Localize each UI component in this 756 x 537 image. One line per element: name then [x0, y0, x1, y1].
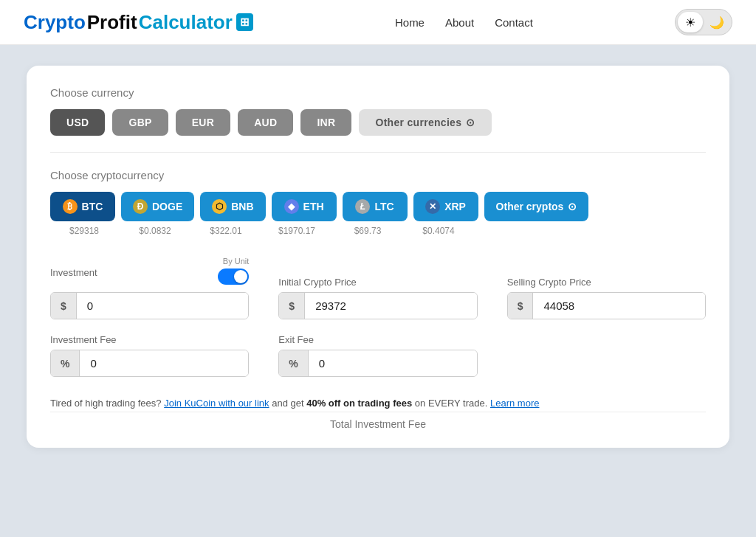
btc-price: $29318	[52, 226, 117, 236]
other-cryptos-label: Other cryptos	[496, 201, 564, 212]
nav-home[interactable]: Home	[395, 16, 425, 29]
initial-price-input[interactable]	[305, 293, 477, 319]
xrp-icon: ✕	[425, 199, 440, 214]
exit-fee-input-group: %	[278, 350, 477, 377]
header: Crypto Profit Calculator ⊞ Home About Co…	[0, 0, 756, 45]
nav-about[interactable]: About	[445, 16, 474, 29]
calculator-card: Choose currency USD GBP EUR AUD INR Othe…	[27, 66, 729, 448]
crypto-btc[interactable]: ₿ BTC	[50, 192, 115, 221]
by-unit-toggle-area: By Unit	[218, 257, 249, 285]
crypto-section-label: Choose cryptocurrency	[50, 169, 706, 181]
crypto-buttons: ₿ BTC Ð DOGE ⬡ BNB ◆ ETH Ł LTC	[50, 192, 706, 221]
promo-text-middle: and get	[272, 398, 303, 409]
promo-text: Tired of high trading fees? Join KuCoin …	[50, 398, 706, 409]
dark-mode-button[interactable]: 🌙	[704, 12, 729, 32]
crypto-ltc[interactable]: Ł LTC	[343, 192, 408, 221]
selling-price-group: Selling Crypto Price $	[507, 277, 706, 319]
currency-inr[interactable]: INR	[300, 109, 351, 136]
exit-fee-input[interactable]	[309, 350, 477, 376]
main-content: Choose currency USD GBP EUR AUD INR Othe…	[0, 45, 756, 537]
selling-price-label: Selling Crypto Price	[507, 277, 706, 288]
logo-icon: ⊞	[236, 13, 253, 31]
investment-fee-label: Investment Fee	[50, 334, 249, 345]
calc-row-2: Investment Fee % Exit Fee %	[50, 334, 706, 377]
currency-section: Choose currency USD GBP EUR AUD INR Othe…	[50, 86, 706, 136]
currency-usd[interactable]: USD	[50, 109, 105, 136]
currency-aud[interactable]: AUD	[238, 109, 293, 136]
investment-fee-group: Investment Fee %	[50, 334, 249, 377]
eth-price: $1970.17	[264, 226, 329, 236]
btc-icon: ₿	[63, 199, 78, 214]
exit-fee-group: Exit Fee %	[278, 334, 477, 377]
learn-more-link[interactable]: Learn more	[490, 398, 539, 409]
crypto-doge[interactable]: Ð DOGE	[121, 192, 194, 221]
eth-label: ETH	[303, 201, 324, 212]
investment-input[interactable]	[77, 293, 249, 319]
initial-price-input-group: $	[278, 292, 477, 319]
bnb-icon: ⬡	[212, 199, 227, 214]
logo-crypto: Crypto	[24, 11, 86, 34]
investment-group: Investment By Unit $	[50, 257, 249, 319]
other-currencies-label: Other currencies	[375, 117, 461, 128]
main-nav: Home About Contact	[395, 16, 533, 29]
ltc-icon: Ł	[355, 199, 370, 214]
selling-price-input[interactable]	[533, 293, 705, 319]
doge-label: DOGE	[152, 201, 182, 212]
by-unit-toggle[interactable]	[218, 268, 249, 285]
xrp-price: $0.4074	[406, 226, 471, 236]
crypto-xrp[interactable]: ✕ XRP	[413, 192, 478, 221]
by-unit-label: By Unit	[223, 257, 249, 266]
other-crypto-price-space	[477, 226, 566, 236]
bnb-label: BNB	[231, 201, 253, 212]
initial-price-prefix: $	[279, 293, 305, 319]
investment-fee-input-group: %	[50, 350, 249, 377]
light-mode-button[interactable]: ☀	[678, 12, 703, 32]
other-cryptos-icon: ⊙	[568, 201, 577, 212]
other-currencies-icon: ⊙	[466, 117, 475, 128]
theme-toggle: ☀ 🌙	[675, 9, 732, 35]
crypto-eth[interactable]: ◆ ETH	[272, 192, 337, 221]
logo-calculator: Calculator	[139, 11, 233, 34]
crypto-prices: $29318 $0.0832 $322.01 $1970.17 $69.73 $…	[50, 226, 706, 236]
bnb-price: $322.01	[193, 226, 258, 236]
initial-price-group: Initial Crypto Price $	[278, 277, 477, 319]
nav-contact[interactable]: Contact	[495, 16, 533, 29]
selling-price-prefix: $	[508, 293, 534, 319]
crypto-section: Choose cryptocurrency ₿ BTC Ð DOGE ⬡ BNB…	[50, 169, 706, 236]
total-investment-fee-label: Total Investment Fee	[50, 412, 706, 430]
investment-header: Investment By Unit	[50, 257, 249, 288]
investment-fee-input[interactable]	[80, 350, 248, 376]
currency-gbp[interactable]: GBP	[112, 109, 168, 136]
currency-buttons: USD GBP EUR AUD INR Other currencies ⊙	[50, 109, 706, 136]
doge-icon: Ð	[133, 199, 148, 214]
promo-bold: 40% off on trading fees	[306, 398, 412, 409]
other-cryptos-button[interactable]: Other cryptos ⊙	[484, 192, 589, 221]
currency-section-label: Choose currency	[50, 86, 706, 99]
investment-input-group: $	[50, 292, 249, 319]
eth-icon: ◆	[284, 199, 299, 214]
xrp-label: XRP	[444, 201, 466, 212]
investment-prefix: $	[51, 293, 77, 319]
other-currencies-button[interactable]: Other currencies ⊙	[359, 109, 491, 136]
btc-label: BTC	[82, 201, 103, 212]
ltc-price: $69.73	[335, 226, 400, 236]
promo-text-before: Tired of high trading fees?	[50, 398, 162, 409]
exit-fee-label: Exit Fee	[278, 334, 477, 345]
investment-label: Investment	[50, 267, 97, 278]
crypto-bnb[interactable]: ⬡ BNB	[200, 192, 265, 221]
ltc-label: LTC	[374, 201, 394, 212]
exit-fee-prefix: %	[279, 350, 308, 376]
currency-crypto-divider	[50, 152, 706, 153]
toggle-knob	[234, 270, 247, 283]
investment-fee-prefix: %	[51, 350, 80, 376]
initial-price-label: Initial Crypto Price	[278, 277, 477, 288]
moon-icon: 🌙	[709, 15, 724, 30]
selling-price-input-group: $	[507, 292, 706, 319]
kucoin-link[interactable]: Join KuCoin with our link	[164, 398, 269, 409]
currency-eur[interactable]: EUR	[176, 109, 230, 136]
sun-icon: ☀	[685, 15, 695, 30]
calc-row-1: Investment By Unit $	[50, 257, 706, 319]
logo[interactable]: Crypto Profit Calculator ⊞	[24, 11, 253, 34]
calculator-section: Investment By Unit $	[50, 257, 706, 430]
promo-text-after: on EVERY trade.	[415, 398, 490, 409]
